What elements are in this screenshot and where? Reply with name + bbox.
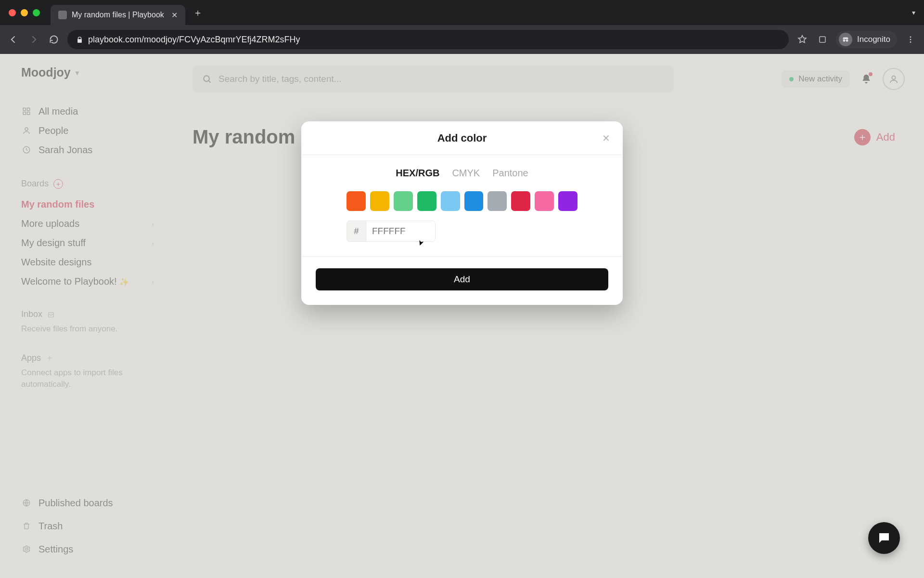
incognito-icon (839, 33, 852, 46)
color-swatch[interactable] (370, 191, 389, 211)
modal-header: Add color ✕ (301, 121, 623, 155)
new-tab-button[interactable]: ＋ (191, 6, 205, 19)
color-swatch[interactable] (488, 191, 507, 211)
browser-tab[interactable]: My random files | Playbook ✕ (51, 5, 185, 25)
svg-point-2 (846, 39, 848, 42)
tab-favicon (58, 11, 67, 19)
color-swatch[interactable] (417, 191, 436, 211)
tab-title: My random files | Playbook (72, 11, 167, 19)
browser-chrome: My random files | Playbook ✕ ＋ ▾ playboo… (0, 0, 924, 54)
svg-rect-0 (820, 37, 825, 42)
window-minimize-icon[interactable] (21, 9, 28, 16)
modal-title: Add color (437, 132, 487, 144)
tab-close-icon[interactable]: ✕ (171, 11, 178, 20)
incognito-label: Incognito (857, 35, 890, 44)
preset-swatches (316, 191, 608, 211)
svg-point-3 (910, 36, 911, 38)
url-bar[interactable]: playbook.com/moodjoy/FCVyAzcBqmrYEfj4ZRM… (67, 30, 789, 49)
url-text: playbook.com/moodjoy/FCVyAzcBqmrYEfj4ZRM… (88, 35, 300, 45)
hex-input[interactable] (366, 221, 436, 242)
window-close-icon[interactable] (9, 9, 16, 16)
lock-icon (76, 36, 83, 43)
app-shell: Moodjoy ▾ All media People Sarah Jonas B… (0, 54, 924, 578)
browser-menu-icon[interactable] (904, 33, 917, 46)
color-swatch[interactable] (441, 191, 460, 211)
color-swatch[interactable] (535, 191, 554, 211)
nav-forward-icon[interactable] (27, 33, 40, 46)
nav-back-icon[interactable] (7, 33, 20, 46)
add-color-modal: Add color ✕ HEX/RGB CMYK Pantone # Add (301, 121, 623, 305)
support-chat-fab[interactable] (868, 522, 900, 554)
svg-point-1 (843, 39, 846, 42)
color-swatch[interactable] (464, 191, 484, 211)
tab-hex-rgb[interactable]: HEX/RGB (396, 168, 439, 179)
tabs-overflow-icon[interactable]: ▾ (912, 9, 915, 16)
color-swatch[interactable] (558, 191, 578, 211)
hash-prefix: # (346, 221, 366, 242)
window-traffic-lights[interactable] (9, 9, 40, 16)
tab-cmyk[interactable]: CMYK (452, 168, 480, 179)
incognito-indicator[interactable]: Incognito (836, 31, 897, 48)
svg-point-4 (910, 39, 911, 40)
browser-toolbar: playbook.com/moodjoy/FCVyAzcBqmrYEfj4ZRM… (0, 25, 924, 54)
tab-strip: My random files | Playbook ✕ ＋ ▾ (0, 0, 924, 25)
color-mode-tabs: HEX/RGB CMYK Pantone (316, 168, 608, 179)
close-icon[interactable]: ✕ (600, 132, 612, 144)
color-swatch[interactable] (511, 191, 530, 211)
svg-point-5 (910, 41, 911, 43)
extensions-icon[interactable] (816, 33, 829, 46)
window-zoom-icon[interactable] (33, 9, 40, 16)
add-color-submit[interactable]: Add (316, 268, 608, 290)
tab-pantone[interactable]: Pantone (492, 168, 528, 179)
nav-reload-icon[interactable] (47, 33, 61, 46)
bookmark-star-icon[interactable] (796, 33, 809, 46)
color-swatch[interactable] (394, 191, 413, 211)
color-swatch[interactable] (346, 191, 366, 211)
